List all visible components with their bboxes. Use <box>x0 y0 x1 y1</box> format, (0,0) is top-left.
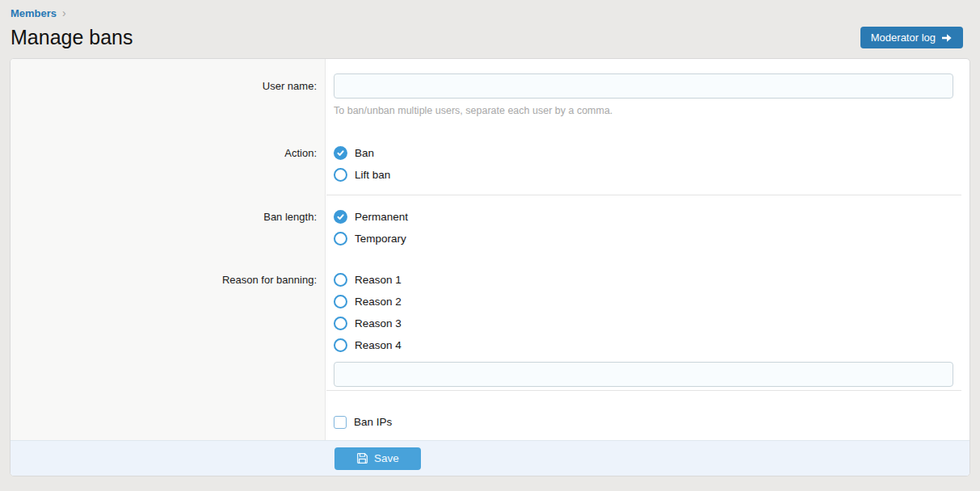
ban-length-label: Ban length: <box>11 210 326 246</box>
user-name-label: User name: <box>11 73 326 117</box>
radio-label: Permanent <box>355 210 408 224</box>
save-button[interactable]: Save <box>334 447 421 470</box>
breadcrumb: Members › <box>11 7 969 19</box>
action-options: Ban Lift ban <box>334 146 953 182</box>
floppy-disk-icon <box>356 452 368 464</box>
ban-length-row: Ban length: Permanent Temporary <box>11 195 969 246</box>
radio-label: Temporary <box>355 232 406 246</box>
checkbox-label: Ban IPs <box>354 415 392 429</box>
radio-unchecked-icon[interactable] <box>334 168 347 182</box>
radio-label: Reason 4 <box>355 338 402 352</box>
radio-unchecked-icon[interactable] <box>334 295 347 308</box>
user-name-control: To ban/unban multiple users, separate ea… <box>326 73 969 117</box>
breadcrumb-members-link[interactable]: Members <box>11 7 57 19</box>
radio-unchecked-icon[interactable] <box>334 317 347 330</box>
radio-option-reason-4[interactable]: Reason 4 <box>334 338 953 352</box>
checkbox-unchecked-icon[interactable] <box>334 416 347 429</box>
action-label: Action: <box>11 146 326 182</box>
ban-length-options: Permanent Temporary <box>334 210 953 246</box>
radio-unchecked-icon[interactable] <box>334 232 347 246</box>
manage-bans-form-panel: User name: To ban/unban multiple users, … <box>10 58 970 476</box>
top-bar: Members › <box>0 0 980 19</box>
user-name-row: User name: To ban/unban multiple users, … <box>11 59 969 117</box>
moderator-log-button[interactable]: Moderator log <box>860 27 963 48</box>
radio-label: Lift ban <box>355 168 390 182</box>
reason-options: Reason 1 Reason 2 Reason 3 Reason 4 <box>334 273 953 352</box>
arrow-right-icon <box>941 33 953 43</box>
reason-custom-input[interactable] <box>334 362 953 387</box>
radio-label: Reason 3 <box>355 317 402 330</box>
radio-checked-icon[interactable] <box>334 146 347 160</box>
radio-unchecked-icon[interactable] <box>334 273 347 287</box>
radio-option-lift-ban[interactable]: Lift ban <box>334 168 953 182</box>
radio-option-reason-3[interactable]: Reason 3 <box>334 317 953 330</box>
radio-option-reason-2[interactable]: Reason 2 <box>334 295 953 308</box>
radio-option-temporary[interactable]: Temporary <box>334 232 953 246</box>
radio-label: Reason 2 <box>355 295 402 308</box>
ban-ips-row: Ban IPs <box>11 391 969 443</box>
radio-label: Reason 1 <box>355 273 402 287</box>
ban-ips-label-spacer <box>11 415 326 429</box>
radio-unchecked-icon[interactable] <box>334 338 347 352</box>
form-footer: Save <box>11 440 969 476</box>
radio-option-permanent[interactable]: Permanent <box>334 210 953 224</box>
user-name-hint: To ban/unban multiple users, separate ea… <box>334 105 953 117</box>
user-name-input[interactable] <box>334 73 953 99</box>
save-button-label: Save <box>374 452 399 464</box>
radio-label: Ban <box>355 146 374 160</box>
radio-checked-icon[interactable] <box>334 210 347 224</box>
reason-label: Reason for banning: <box>11 273 326 387</box>
radio-option-reason-1[interactable]: Reason 1 <box>334 273 953 287</box>
action-row: Action: Ban Lift ban <box>11 146 969 182</box>
moderator-log-label: Moderator log <box>871 31 936 44</box>
radio-option-ban[interactable]: Ban <box>334 146 953 160</box>
page-title: Manage bans <box>11 26 969 49</box>
reason-row: Reason for banning: Reason 1 Reason 2 Re… <box>11 273 969 387</box>
chevron-right-icon: › <box>62 8 66 19</box>
ban-ips-option[interactable]: Ban IPs <box>334 415 953 429</box>
